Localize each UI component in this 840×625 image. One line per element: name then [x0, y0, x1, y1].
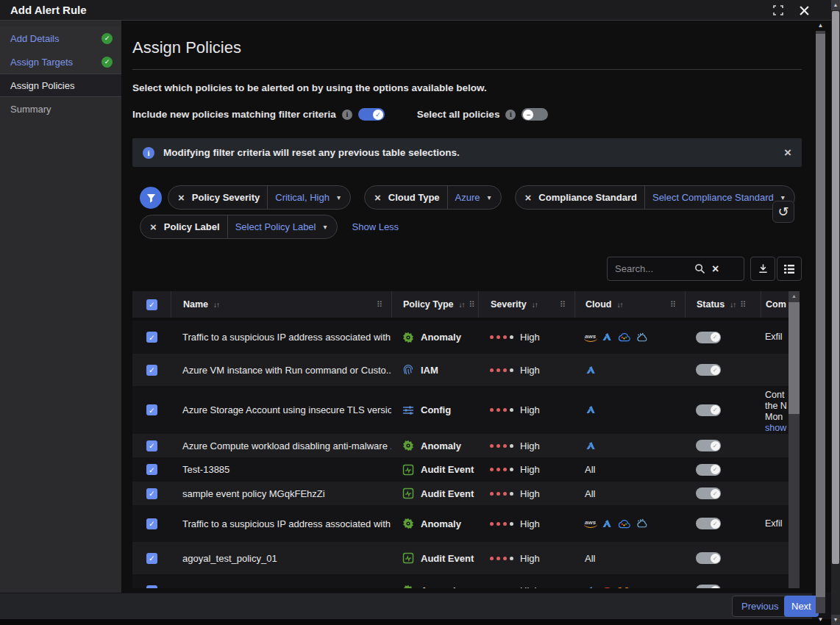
show-more-link[interactable]: show — [765, 423, 789, 434]
row-checkbox[interactable]: ✓ — [146, 440, 157, 451]
scroll-down-icon[interactable]: ▼ — [814, 616, 827, 623]
scrollbar-thumb[interactable] — [832, 11, 839, 564]
filter-chip-policy-label[interactable]: × Policy Label Select Policy Label ▾ — [140, 215, 338, 239]
drag-handle-icon[interactable]: ⠿ — [377, 300, 382, 310]
remove-filter-icon[interactable]: × — [178, 192, 185, 203]
filter-chip-policy-severity[interactable]: × Policy Severity Critical, High ▾ — [168, 185, 351, 210]
table-row[interactable]: ✓Azure Storage Account using insecure TL… — [132, 386, 789, 434]
table-row[interactable]: ✓AnomalyHigh✓ — [132, 574, 789, 588]
filter-chip-compliance-standard[interactable]: × Compliance Standard Select Compliance … — [515, 185, 795, 210]
next-button[interactable]: Next — [784, 596, 819, 617]
table-scrollbar[interactable]: ▲ — [789, 291, 800, 588]
info-icon[interactable]: i — [342, 110, 352, 120]
remove-filter-icon[interactable]: × — [150, 221, 157, 232]
compliance-text: Mon — [765, 412, 789, 423]
scroll-up-icon[interactable]: ▲ — [789, 291, 800, 301]
scrollbar-thumb[interactable] — [816, 34, 825, 597]
status-toggle[interactable]: ✓ — [696, 364, 721, 376]
table-row[interactable]: ✓sample event policy MGqkFEhzZiAudit Eve… — [132, 482, 789, 505]
table-row[interactable]: ✓Traffic to a suspicious IP address asso… — [132, 505, 789, 542]
table-row[interactable]: ✓Azure VM instance with Run command or C… — [132, 354, 789, 386]
row-checkbox[interactable]: ✓ — [146, 365, 157, 376]
column-header-policy-type[interactable]: Policy Type↓↑ ⠿ — [391, 291, 478, 318]
sidebar-item-assign-targets[interactable]: Assign Targets ✓ — [0, 50, 121, 74]
filter-chip-cloud-type[interactable]: × Cloud Type Azure ▾ — [364, 185, 502, 210]
clear-search-icon[interactable]: × — [712, 263, 719, 275]
table-row[interactable]: ✓Test-13885Audit EventHighAll✓ — [132, 457, 789, 482]
sort-icon[interactable]: ↓↑ — [730, 301, 736, 309]
column-header-name[interactable]: Name↓↑ ⠿ — [171, 291, 391, 318]
status-toggle[interactable]: ✓ — [696, 440, 721, 451]
sidebar-item-assign-policies[interactable]: Assign Policies — [0, 74, 121, 97]
filter-funnel-icon[interactable] — [140, 187, 162, 209]
row-checkbox[interactable]: ✓ — [146, 553, 157, 564]
scroll-down-icon[interactable]: ▼ — [831, 615, 840, 625]
column-header-status[interactable]: Status↓↑ ⠿ — [685, 291, 761, 318]
modal-scrollbar[interactable]: ▲ ▼ — [814, 21, 827, 625]
row-checkbox[interactable]: ✓ — [146, 518, 157, 529]
sort-icon[interactable]: ↓↑ — [459, 301, 465, 309]
page-scrollbar[interactable]: ▲ ▼ — [831, 0, 840, 625]
sidebar-item-summary[interactable]: Summary — [0, 97, 121, 121]
column-header-cloud[interactable]: Cloud↓↑ ⠿ — [574, 291, 685, 318]
table-row[interactable]: ✓Azure Compute workload disabling anti-m… — [132, 434, 789, 457]
toggle-knob-minus-icon: – — [523, 110, 533, 120]
cloud-azure-icon — [601, 518, 613, 529]
status-toggle[interactable]: ✓ — [696, 585, 721, 588]
cloud-azure-icon — [601, 332, 613, 343]
download-icon — [758, 263, 769, 274]
remove-filter-icon[interactable]: × — [525, 192, 532, 203]
select-all-policies-toggle[interactable]: – — [522, 108, 548, 121]
show-less-link[interactable]: Show Less — [352, 221, 399, 232]
policy-name: Traffic to a suspicious IP address assoc… — [182, 332, 391, 343]
sort-icon[interactable]: ↓↑ — [532, 301, 538, 309]
status-toggle[interactable]: ✓ — [696, 404, 721, 416]
drag-handle-icon[interactable]: ⠿ — [469, 300, 475, 310]
compliance-text: Exfil — [765, 518, 783, 529]
download-button[interactable] — [750, 257, 775, 281]
toggle-knob-check-icon: ✓ — [711, 465, 720, 474]
close-icon[interactable] — [800, 6, 809, 15]
row-checkbox[interactable]: ✓ — [146, 332, 157, 343]
status-toggle[interactable]: ✓ — [696, 464, 721, 476]
select-all-checkbox[interactable]: ✓ — [146, 299, 157, 310]
drag-handle-icon[interactable]: ⠿ — [560, 300, 566, 310]
row-checkbox[interactable]: ✓ — [146, 464, 157, 475]
policy-name: sample event policy MGqkFEhzZi — [182, 488, 325, 499]
remove-filter-icon[interactable]: × — [374, 192, 381, 203]
cloud-gcp-icon — [618, 332, 630, 342]
sort-icon[interactable]: ↓↑ — [616, 301, 622, 309]
cloud-other-icon — [636, 332, 648, 343]
scroll-up-icon[interactable]: ▲ — [831, 0, 840, 10]
audit-event-icon — [402, 552, 414, 564]
drag-handle-icon[interactable]: ⠿ — [670, 300, 676, 310]
toggle-knob-check-icon: ✓ — [711, 365, 720, 375]
column-header-severity[interactable]: Severity↓↑ ⠿ — [478, 291, 574, 318]
sidebar-item-add-details[interactable]: Add Details ✓ — [0, 26, 121, 50]
row-checkbox[interactable]: ✓ — [146, 404, 157, 415]
previous-button[interactable]: Previous — [732, 596, 789, 617]
fullscreen-icon[interactable] — [773, 5, 783, 15]
column-settings-button[interactable] — [777, 257, 802, 281]
info-icon[interactable]: i — [505, 110, 516, 120]
row-checkbox[interactable]: ✓ — [146, 585, 157, 589]
sort-icon[interactable]: ↓↑ — [213, 301, 219, 309]
status-toggle[interactable]: ✓ — [696, 488, 721, 499]
status-toggle[interactable]: ✓ — [696, 332, 721, 343]
search-icon[interactable] — [694, 263, 705, 274]
column-header-compliance[interactable]: Com — [761, 291, 789, 318]
table-row[interactable]: ✓agoyal_test_policy_01Audit EventHighAll… — [132, 542, 789, 574]
scroll-up-icon[interactable]: ▲ — [814, 22, 827, 29]
search-input[interactable] — [608, 263, 694, 274]
iam-fingerprint-icon — [402, 364, 414, 376]
reset-filters-button[interactable]: ↺ — [772, 201, 794, 223]
status-toggle[interactable]: ✓ — [696, 518, 721, 529]
status-toggle[interactable]: ✓ — [696, 552, 721, 564]
include-new-policies-toggle[interactable]: ✓ — [358, 108, 385, 121]
row-checkbox[interactable]: ✓ — [146, 488, 157, 499]
drag-handle-icon[interactable]: ⠿ — [740, 300, 746, 310]
scrollbar-thumb[interactable] — [789, 302, 800, 414]
policy-type-label: Config — [421, 404, 451, 415]
table-row[interactable]: ✓Traffic to a suspicious IP address asso… — [132, 321, 789, 354]
banner-close-icon[interactable]: × — [784, 146, 791, 159]
